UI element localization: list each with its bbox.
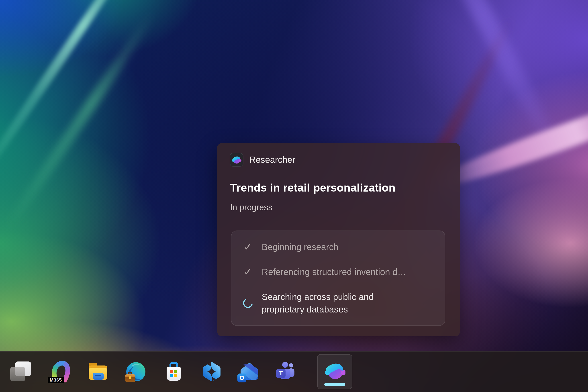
steps-panel: ✓ Beginning research ✓ Referencing struc… [231,230,445,326]
sparkle-loop-icon [201,361,222,382]
check-icon: ✓ [244,267,252,277]
taskbar-button-m365-copilot[interactable]: M365 [50,361,71,382]
edge-icon [125,361,146,382]
copilot-ribbon-icon [50,361,71,382]
teams-t-badge: T [276,368,286,378]
taskbar-button-outlook[interactable]: O [239,361,260,382]
taskbar-button-edge-work[interactable] [125,361,146,382]
taskbar-button-task-view[interactable] [12,361,33,382]
folder-icon [89,363,97,367]
wallpaper-ribbon-highlight [0,0,157,220]
step-label: Searching across public and proprietary … [262,291,409,316]
taskbar-button-microsoft-store[interactable] [163,361,184,382]
step-row-done: ✓ Beginning research [242,241,434,253]
taskbar: M365 [0,351,588,392]
taskbar-button-file-explorer[interactable] [87,361,109,382]
step-row-done: ✓ Referencing structured invention d… [242,266,434,278]
researcher-swirl-icon [232,155,242,164]
stacked-windows-icon [15,362,31,376]
step-label: Referencing structured invention d… [262,266,406,278]
taskbar-button-teams[interactable]: T [277,361,298,382]
research-title: Trends in retail personalization [230,181,396,194]
work-briefcase-icon [125,374,136,382]
check-icon: ✓ [244,242,252,252]
step-label: Beginning research [262,241,338,253]
taskbar-button-copilot-agent[interactable] [201,361,222,382]
researcher-swirl-icon [324,360,346,381]
status-text: In progress [230,203,272,212]
desktop: Researcher Trends in retail personalizat… [0,0,588,392]
store-bag-icon [170,362,178,369]
researcher-progress-card[interactable]: Researcher Trends in retail personalizat… [217,143,460,336]
m365-badge: M365 [48,377,64,383]
outlook-o-badge: O [238,374,246,382]
app-name: Researcher [249,155,295,165]
progress-spinner-icon [242,298,253,308]
wallpaper-ribbon-highlight [0,0,172,272]
active-app-indicator [324,383,345,386]
card-header: Researcher [230,153,295,166]
outlook-envelope-icon [239,361,260,382]
teams-people-icon [289,363,293,368]
researcher-app-icon [230,153,244,166]
taskbar-button-researcher-active[interactable] [317,354,352,389]
step-row-active: Searching across public and proprietary … [242,291,434,316]
